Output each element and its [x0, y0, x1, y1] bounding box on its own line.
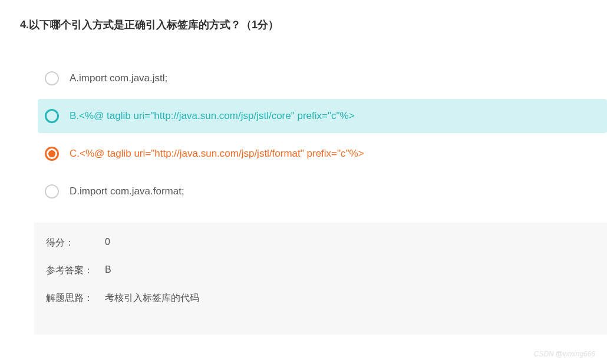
answer-box: 得分： 0 参考答案： B 解题思路： 考核引入标签库的代码 [34, 223, 607, 335]
question-number: 4. [20, 19, 29, 31]
reference-line: 参考答案： B [46, 264, 595, 277]
option-a[interactable]: A.import com.java.jstl; [38, 61, 607, 95]
score-value: 0 [105, 237, 110, 249]
explain-line: 解题思路： 考核引入标签库的代码 [46, 292, 595, 305]
option-text: D.import com.java.format; [70, 186, 184, 197]
question-text: 以下哪个引入方式是正确引入标签库的方式？ [29, 19, 241, 31]
score-label: 得分： [46, 237, 105, 249]
reference-value: B [105, 264, 111, 277]
radio-icon [45, 109, 59, 123]
explain-label: 解题思路： [46, 292, 105, 305]
question-points: （1分） [241, 19, 279, 31]
option-text: B.<%@ taglib uri="http://java.sun.com/js… [70, 110, 355, 122]
score-line: 得分： 0 [46, 237, 595, 249]
question-title: 4.以下哪个引入方式是正确引入标签库的方式？（1分） [20, 18, 607, 32]
radio-icon [45, 184, 59, 198]
reference-label: 参考答案： [46, 264, 105, 277]
options-list: A.import com.java.jstl; B.<%@ taglib uri… [20, 61, 607, 212]
radio-icon [45, 147, 59, 161]
option-text: C.<%@ taglib uri="http://java.sun.com/js… [70, 148, 364, 160]
watermark: CSDN @wming666 [534, 350, 595, 358]
option-b[interactable]: B.<%@ taglib uri="http://java.sun.com/js… [38, 99, 607, 133]
radio-icon [45, 71, 59, 85]
explain-value: 考核引入标签库的代码 [105, 292, 199, 305]
option-d[interactable]: D.import com.java.format; [38, 174, 607, 209]
option-text: A.import com.java.jstl; [70, 72, 167, 84]
option-c[interactable]: C.<%@ taglib uri="http://java.sun.com/js… [38, 137, 607, 171]
